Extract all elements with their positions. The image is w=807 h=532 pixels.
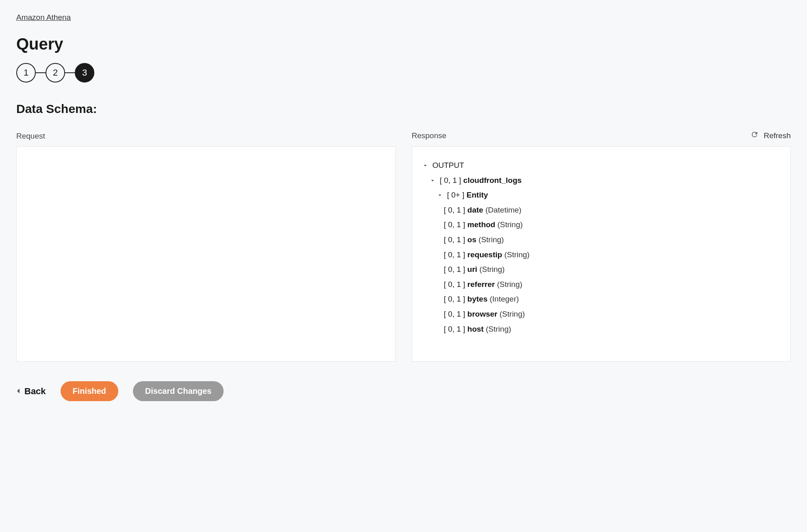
tree-field[interactable]: [ 0, 1 ] date (Datetime) [444,203,781,218]
discard-changes-button[interactable]: Discard Changes [133,381,224,401]
tree-node-cloudfront-logs[interactable]: [ 0, 1 ] cloudfront_logs [429,173,781,188]
cardinality: [ 0, 1 ] [440,176,461,185]
cardinality: [ 0, 1 ] [444,250,465,259]
tree-field[interactable]: [ 0, 1 ] uri (String) [444,262,781,277]
step-1[interactable]: 1 [16,63,36,83]
step-connector [36,72,46,73]
response-label: Response [412,131,447,140]
field-type: (String) [497,220,522,229]
cardinality: [ 0, 1 ] [444,265,465,274]
step-2[interactable]: 2 [46,63,65,83]
chevron-down-icon [437,192,443,198]
tree-field[interactable]: [ 0, 1 ] referrer (String) [444,277,781,292]
step-connector [65,72,75,73]
back-button[interactable]: Back [16,386,46,397]
field-type: (String) [497,280,522,289]
refresh-label: Refresh [763,131,791,140]
field-name: bytes [468,295,488,303]
cardinality: [ 0, 1 ] [444,280,465,289]
tree-field[interactable]: [ 0, 1 ] requestip (String) [444,248,781,263]
cardinality: [ 0, 1 ] [444,295,465,303]
tree-node-output[interactable]: OUTPUT [422,158,781,173]
finished-button[interactable]: Finished [61,381,118,401]
field-type: (String) [479,235,504,244]
field-type: (String) [479,265,505,274]
cardinality: [ 0+ ] [447,191,465,199]
field-type: (Datetime) [485,206,522,214]
fade-overlay [412,355,791,361]
tree-field[interactable]: [ 0, 1 ] method (String) [444,217,781,232]
section-title: Data Schema: [16,102,791,116]
tree-field[interactable]: [ 0, 1 ] bytes (Integer) [444,292,781,307]
tree-node-label: cloudfront_logs [463,176,522,185]
cardinality: [ 0, 1 ] [444,220,465,229]
tree-field[interactable]: [ 0, 1 ] browser (String) [444,307,781,322]
field-name: date [468,206,483,214]
field-name: uri [468,265,477,274]
breadcrumb-link[interactable]: Amazon Athena [16,13,71,22]
field-name: browser [468,310,498,318]
field-type: (String) [486,325,511,333]
field-name: method [468,220,496,229]
field-name: host [468,325,484,333]
field-type: (String) [500,310,525,318]
schema-tree: OUTPUT [ 0, 1 ] cloudfront_logs [ 0+ ] [412,147,791,340]
field-type: (Integer) [490,295,519,303]
cardinality: [ 0, 1 ] [444,310,465,318]
chevron-left-icon [16,386,20,397]
tree-node-entity[interactable]: [ 0+ ] Entity [437,188,781,203]
response-panel: OUTPUT [ 0, 1 ] cloudfront_logs [ 0+ ] [412,146,791,362]
page-title: Query [16,35,791,53]
chevron-down-icon [422,162,429,169]
refresh-button[interactable]: Refresh [750,130,791,141]
tree-field[interactable]: [ 0, 1 ] os (String) [444,232,781,248]
tree-node-label: OUTPUT [433,160,464,171]
chevron-down-icon [429,177,436,184]
field-name: requestip [468,250,502,259]
cardinality: [ 0, 1 ] [444,235,465,244]
tree-node-label: Entity [467,191,488,199]
request-label: Request [16,132,45,141]
step-3[interactable]: 3 [75,63,94,83]
tree-field[interactable]: [ 0, 1 ] host (String) [444,322,781,337]
field-name: os [468,235,476,244]
stepper: 1 2 3 [16,63,791,83]
cardinality: [ 0, 1 ] [444,325,465,333]
request-panel [16,146,396,362]
refresh-icon [750,130,759,141]
back-label: Back [24,386,46,397]
field-type: (String) [504,250,529,259]
cardinality: [ 0, 1 ] [444,206,465,214]
field-name: referrer [468,280,495,289]
